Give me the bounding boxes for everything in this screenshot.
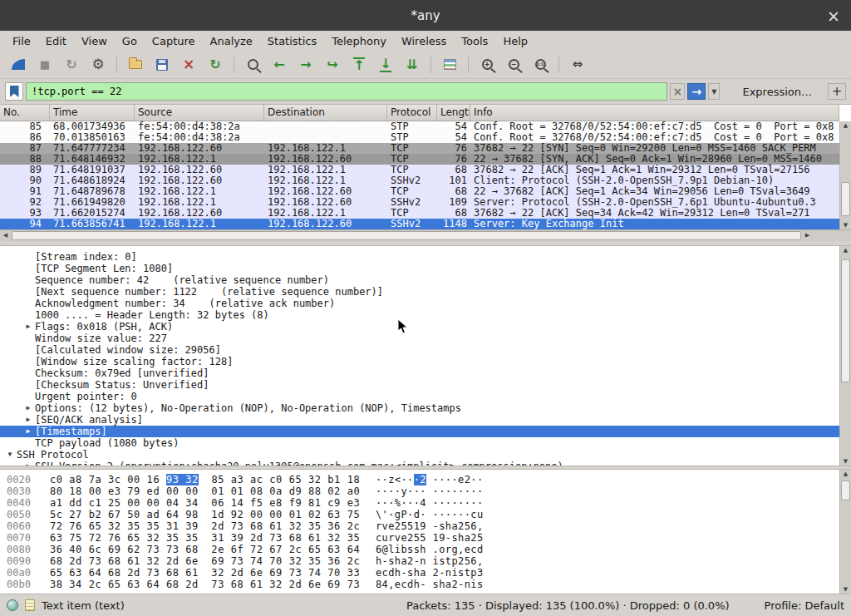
expander-icon[interactable]: ▶: [22, 414, 35, 426]
expander-icon[interactable]: [22, 344, 35, 356]
packet-list-hscrollbar[interactable]: ◀ ▶: [0, 229, 851, 241]
hex-row[interactable]: 0060 72 76 65 32 35 35 31 39 2d 73 68 61…: [0, 520, 851, 532]
profile-button[interactable]: Profile: Default: [753, 599, 844, 612]
toolbar-button[interactable]: [239, 53, 266, 76]
detail-row[interactable]: [Next sequence number: 1122 (relative se…: [0, 286, 839, 298]
toolbar-button[interactable]: ↓: [372, 53, 399, 76]
column-header[interactable]: No.: [0, 105, 50, 121]
detail-row[interactable]: [TCP Segment Len: 1080]: [0, 263, 839, 274]
toolbar-button[interactable]: [122, 53, 149, 76]
detail-row[interactable]: Sequence number: 42 (relative sequence n…: [0, 274, 839, 286]
packet-row[interactable]: 94 71.663856741 192.168.122.1 192.168.12…: [0, 219, 839, 229]
toolbar-button[interactable]: ⇔: [564, 53, 591, 76]
filter-clear-icon[interactable]: ×: [670, 83, 685, 100]
toolbar-button[interactable]: +: [474, 53, 500, 76]
scroll-down-icon[interactable]: ▼: [840, 457, 851, 466]
menu-item[interactable]: Telephony: [324, 32, 394, 50]
expander-icon[interactable]: [22, 309, 35, 321]
capture-comment-icon[interactable]: [25, 599, 35, 611]
column-header[interactable]: Destination: [264, 105, 387, 121]
toolbar-button[interactable]: 1:1: [527, 53, 553, 76]
toolbar-button[interactable]: ■: [32, 53, 58, 76]
detail-row[interactable]: Window size value: 227: [0, 333, 839, 344]
menu-item[interactable]: View: [74, 32, 115, 50]
expander-icon[interactable]: [22, 391, 35, 402]
scroll-left-icon[interactable]: ◀: [0, 230, 11, 241]
expander-icon[interactable]: [22, 298, 35, 309]
expander-icon[interactable]: [22, 356, 35, 367]
filter-apply-icon[interactable]: →: [687, 83, 706, 100]
expander-icon[interactable]: [22, 333, 35, 344]
scrollbar-thumb[interactable]: [841, 480, 850, 500]
menu-item[interactable]: Edit: [38, 32, 74, 50]
menu-item[interactable]: Wireless: [394, 32, 454, 50]
toolbar-button[interactable]: ↻: [202, 53, 229, 76]
toolbar-button[interactable]: [5, 53, 32, 76]
expander-icon[interactable]: [22, 274, 35, 286]
scroll-down-icon[interactable]: ▼: [840, 221, 851, 229]
toolbar-button[interactable]: −: [500, 53, 527, 76]
filter-bookmark-button[interactable]: [5, 82, 23, 101]
hex-row[interactable]: 00a0 65 63 64 68 2d 73 68 61 32 2d 6e 69…: [0, 567, 851, 579]
detail-row[interactable]: ▶ [SEQ/ACK analysis]: [0, 414, 839, 426]
detail-row[interactable]: Checksum: 0x79ed [unverified]: [0, 367, 839, 379]
detail-row[interactable]: ▶ [Timestamps]: [0, 426, 839, 437]
detail-row[interactable]: [Window size scaling factor: 128]: [0, 356, 839, 367]
detail-row[interactable]: ▶ Flags: 0x018 (PSH, ACK): [0, 321, 839, 333]
scrollbar-thumb[interactable]: [841, 259, 850, 382]
detail-row[interactable]: Urgent pointer: 0: [0, 391, 839, 402]
toolbar-button[interactable]: [149, 53, 175, 76]
scrollbar-thumb[interactable]: [841, 182, 850, 217]
packet-row[interactable]: 93 71.662015274 192.168.122.60 192.168.1…: [0, 208, 839, 219]
hex-row[interactable]: 0030 80 18 00 e3 79 ed 00 00 01 01 08 0a…: [0, 485, 851, 497]
expander-icon[interactable]: ▶: [22, 402, 35, 414]
column-header[interactable]: Source: [135, 105, 264, 121]
toolbar-button[interactable]: [436, 53, 463, 76]
scroll-up-icon[interactable]: ▲: [840, 121, 851, 130]
menu-item[interactable]: Analyze: [203, 32, 260, 50]
detail-row[interactable]: ▶ Options: (12 bytes), No-Operation (NOP…: [0, 402, 839, 414]
hex-row[interactable]: 0080 36 40 6c 69 62 73 73 68 2e 6f 72 67…: [0, 544, 851, 555]
display-filter-input[interactable]: [27, 83, 667, 100]
toolbar-button[interactable]: ↻: [58, 53, 85, 76]
toolbar-button[interactable]: ⚙: [85, 53, 111, 76]
toolbar-button[interactable]: ×: [175, 53, 202, 76]
expander-icon[interactable]: [22, 251, 35, 263]
expander-icon[interactable]: ▶: [22, 321, 35, 333]
hex-row[interactable]: 00b0 38 34 2c 65 63 64 68 2d 73 68 61 32…: [0, 579, 851, 590]
packet-row[interactable]: 86 70.013850163 fe:54:00:d4:38:2a STP 54…: [0, 132, 839, 143]
menu-item[interactable]: Help: [495, 32, 535, 50]
detail-row[interactable]: ▶ SSH Version 2 (encryption:chacha20-pol…: [0, 461, 839, 466]
column-header[interactable]: Length: [437, 105, 470, 121]
filter-history-dropdown-icon[interactable]: ▼: [708, 83, 720, 100]
column-header[interactable]: Protocol: [387, 105, 437, 121]
packet-row[interactable]: 90 71.648618924 192.168.122.60 192.168.1…: [0, 175, 839, 186]
detail-row[interactable]: [Stream index: 0]: [0, 251, 839, 263]
detail-row[interactable]: [Calculated window size: 29056]: [0, 344, 839, 356]
hex-row[interactable]: 0040 a1 dd c1 25 00 00 04 34 06 14 f5 e8…: [0, 497, 851, 509]
filter-add-button[interactable]: +: [828, 83, 846, 100]
expander-icon[interactable]: ▶: [22, 426, 35, 437]
detail-row[interactable]: ▼ SSH Protocol: [0, 449, 839, 461]
menu-item[interactable]: Capture: [145, 32, 203, 50]
toolbar-button[interactable]: ↑: [346, 53, 372, 76]
close-window-icon[interactable]: ×: [824, 7, 843, 25]
packet-row[interactable]: 92 71.661949820 192.168.122.1 192.168.12…: [0, 197, 839, 208]
packet-list-vscrollbar[interactable]: ▲ ▼: [839, 121, 851, 229]
hex-row[interactable]: 0050 5c 27 b2 67 50 ad 64 98 1d 92 00 00…: [0, 509, 851, 520]
scroll-up-icon[interactable]: ▲: [840, 246, 851, 254]
hex-vscrollbar[interactable]: ▲ ▼: [839, 470, 851, 594]
scroll-right-icon[interactable]: ▶: [802, 230, 813, 241]
expander-icon[interactable]: ▶: [22, 461, 35, 466]
detail-row[interactable]: [Checksum Status: Unverified]: [0, 379, 839, 391]
expander-icon[interactable]: [22, 286, 35, 298]
detail-row[interactable]: Acknowledgment number: 34 (relative ack …: [0, 298, 839, 309]
expert-info-icon[interactable]: [7, 599, 18, 611]
packet-row[interactable]: 87 71.647777234 192.168.122.60 192.168.1…: [0, 143, 839, 154]
expander-icon[interactable]: [22, 263, 35, 274]
scroll-down-icon[interactable]: ▼: [840, 585, 851, 594]
scroll-up-icon[interactable]: ▲: [840, 470, 851, 478]
column-header[interactable]: Time: [50, 105, 135, 121]
hex-row[interactable]: 0070 63 75 72 76 65 32 35 35 31 39 2d 73…: [0, 532, 851, 544]
hex-row[interactable]: 0090 68 2d 73 68 61 32 2d 6e 69 73 74 70…: [0, 555, 851, 567]
